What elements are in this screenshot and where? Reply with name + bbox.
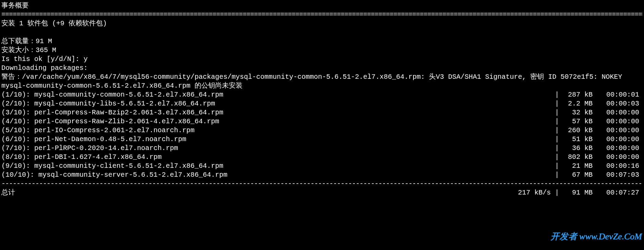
download-size: 36 kB	[560, 144, 595, 153]
confirm-prompt[interactable]: Is this ok [y/d/N]: y	[1, 55, 643, 64]
download-size: 802 kB	[560, 153, 595, 162]
download-time: 00:00:00	[595, 117, 643, 126]
divider-bottom: ----------------------------------------…	[1, 179, 643, 188]
total-label: 总计	[1, 188, 499, 197]
pipe-char: |	[554, 99, 560, 108]
pipe-char: |	[554, 126, 560, 135]
download-total: 总下载量：91 M	[1, 37, 643, 46]
download-size: 67 MB	[560, 171, 595, 179]
package-name: (3/10): perl-Compress-Raw-Bzip2-2.061-3.…	[1, 108, 554, 117]
download-time: 00:00:00	[595, 144, 643, 153]
pipe-char: |	[554, 171, 560, 179]
install-line: 安装 1 软件包 (+9 依赖软件包)	[1, 19, 643, 28]
download-time: 00:07:03	[595, 171, 643, 179]
total-speed: 217 kB/s	[499, 188, 554, 197]
download-time: 00:00:00	[595, 153, 643, 162]
pubkey-notice: mysql-community-common-5.6.51-2.el7.x86_…	[1, 82, 643, 90]
pipe-char: |	[554, 162, 560, 171]
package-name: (4/10): perl-Compress-Raw-Zlib-2.061-4.e…	[1, 117, 554, 126]
pipe-char: |	[554, 90, 560, 99]
package-name: (10/10): mysql-community-server-5.6.51-2…	[1, 171, 554, 179]
download-size: 57 kB	[560, 117, 595, 126]
download-row: (10/10): mysql-community-server-5.6.51-2…	[1, 171, 643, 179]
total-time: 00:07:27	[595, 188, 643, 197]
total-row: 总计 217 kB/s | 91 MB 00:07:27	[1, 188, 643, 197]
total-size: 91 MB	[560, 188, 595, 197]
pipe-char: |	[554, 188, 560, 197]
download-row: (8/10): perl-DBI-1.627-4.el7.x86_64.rpm|…	[1, 153, 643, 162]
download-time: 00:00:16	[595, 162, 643, 171]
download-time: 00:00:00	[595, 108, 643, 117]
package-name: (5/10): perl-IO-Compress-2.061-2.el7.noa…	[1, 126, 554, 135]
warning-line: 警告：/var/cache/yum/x86_64/7/mysql56-commu…	[1, 73, 643, 82]
download-row: (7/10): perl-PlRPC-0.2020-14.el7.noarch.…	[1, 144, 643, 153]
download-row: (1/10): mysql-community-common-5.6.51-2.…	[1, 90, 643, 99]
download-size: 260 kB	[560, 126, 595, 135]
divider-top: ========================================…	[1, 10, 643, 19]
download-row: (2/10): mysql-community-libs-5.6.51-2.el…	[1, 99, 643, 108]
package-name: (9/10): mysql-community-client-5.6.51-2.…	[1, 162, 554, 171]
download-row: (6/10): perl-Net-Daemon-0.48-5.el7.noarc…	[1, 135, 643, 144]
package-name: (7/10): perl-PlRPC-0.2020-14.el7.noarch.…	[1, 144, 554, 153]
pipe-char: |	[554, 117, 560, 126]
download-row: (3/10): perl-Compress-Raw-Bzip2-2.061-3.…	[1, 108, 643, 117]
transaction-title: 事务概要	[1, 1, 643, 10]
pipe-char: |	[554, 108, 560, 117]
terminal-output: 事务概要 ===================================…	[1, 1, 643, 197]
package-name: (1/10): mysql-community-common-5.6.51-2.…	[1, 90, 554, 99]
downloading-label: Downloading packages:	[1, 64, 643, 73]
download-size: 2.2 MB	[560, 99, 595, 108]
pipe-char: |	[554, 144, 560, 153]
watermark: 开发者 www.DevZe.CoM	[550, 231, 642, 242]
download-time: 00:00:00	[595, 135, 643, 144]
download-size: 21 MB	[560, 162, 595, 171]
download-row: (5/10): perl-IO-Compress-2.061-2.el7.noa…	[1, 126, 643, 135]
package-name: (8/10): perl-DBI-1.627-4.el7.x86_64.rpm	[1, 153, 554, 162]
download-row: (9/10): mysql-community-client-5.6.51-2.…	[1, 162, 643, 171]
download-size: 51 kB	[560, 135, 595, 144]
install-size: 安装大小：365 M	[1, 46, 643, 55]
download-time: 00:00:00	[595, 126, 643, 135]
download-time: 00:00:01	[595, 90, 643, 99]
download-size: 287 kB	[560, 90, 595, 99]
package-name: (2/10): mysql-community-libs-5.6.51-2.el…	[1, 99, 554, 108]
pipe-char: |	[554, 135, 560, 144]
download-size: 32 kB	[560, 108, 595, 117]
package-name: (6/10): perl-Net-Daemon-0.48-5.el7.noarc…	[1, 135, 554, 144]
download-time: 00:00:03	[595, 99, 643, 108]
download-list: (1/10): mysql-community-common-5.6.51-2.…	[1, 90, 643, 179]
download-row: (4/10): perl-Compress-Raw-Zlib-2.061-4.e…	[1, 117, 643, 126]
pipe-char: |	[554, 153, 560, 162]
